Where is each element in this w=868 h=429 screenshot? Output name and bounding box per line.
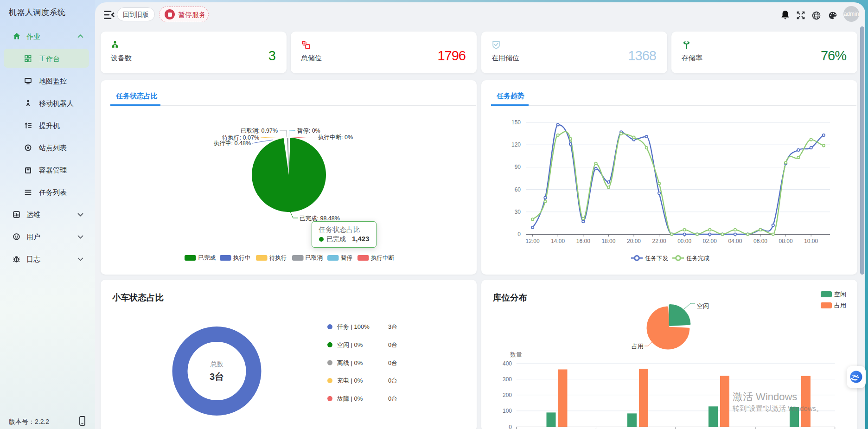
svg-text:已完成: 已完成 (198, 255, 216, 261)
svg-text:04:00: 04:00 (728, 238, 742, 244)
svg-text:执行中: 执行中 (233, 255, 251, 261)
svg-text:执行中断: 0%: 执行中断: 0% (318, 134, 353, 141)
svg-text:空闲 | 0%: 空闲 | 0% (337, 341, 363, 348)
svg-text:暂停: 0%: 暂停: 0% (297, 128, 320, 134)
svg-text:数量: 数量 (510, 351, 522, 358)
svg-text:0台: 0台 (388, 395, 397, 402)
svg-text:空闲: 空闲 (697, 302, 709, 309)
svg-text:执行中: 0.48%: 执行中: 0.48% (213, 140, 251, 147)
svg-text:90: 90 (515, 164, 521, 170)
svg-text:0台: 0台 (388, 377, 397, 384)
svg-text:12:00: 12:00 (526, 238, 540, 244)
svg-text:3台: 3台 (388, 323, 397, 330)
svg-text:离线 | 0%: 离线 | 0% (337, 359, 363, 366)
svg-text:总数: 总数 (211, 360, 223, 368)
svg-text:400: 400 (503, 360, 512, 367)
svg-text:3台: 3台 (210, 371, 224, 382)
svg-text:30: 30 (515, 209, 521, 215)
svg-text:0: 0 (509, 424, 512, 429)
svg-text:16:00: 16:00 (576, 238, 590, 244)
svg-text:执行中断: 执行中断 (370, 255, 395, 261)
svg-text:200: 200 (503, 392, 512, 398)
svg-text:充电 | 0%: 充电 | 0% (337, 377, 363, 384)
svg-text:08:00: 08:00 (779, 238, 793, 244)
svg-text:任务下发: 任务下发 (645, 255, 668, 262)
svg-text:任务 | 100%: 任务 | 100% (337, 323, 370, 330)
svg-text:0: 0 (517, 231, 521, 237)
svg-text:暂停: 暂停 (341, 255, 352, 261)
svg-text:故障 | 0%: 故障 | 0% (337, 395, 363, 402)
svg-text:10:00: 10:00 (804, 238, 818, 244)
svg-text:任务完成: 任务完成 (686, 255, 710, 262)
svg-text:02:00: 02:00 (703, 238, 717, 244)
svg-text:0台: 0台 (388, 359, 397, 366)
svg-text:14:00: 14:00 (551, 238, 565, 244)
svg-text:60: 60 (515, 186, 521, 193)
svg-text:待执行: 0.07%: 待执行: 0.07% (222, 134, 259, 141)
svg-text:已完成: 98.48%: 已完成: 98.48% (300, 215, 340, 222)
svg-text:待执行: 待执行 (269, 255, 287, 261)
svg-text:0台: 0台 (388, 341, 397, 348)
svg-text:18:00: 18:00 (601, 238, 615, 244)
svg-text:已取消: 已取消 (306, 255, 323, 261)
svg-text:占用: 占用 (834, 302, 846, 309)
svg-text:20:00: 20:00 (627, 238, 641, 244)
svg-text:22:00: 22:00 (652, 238, 666, 244)
svg-text:300: 300 (503, 376, 512, 383)
svg-text:120: 120 (511, 141, 521, 148)
svg-text:空闲: 空闲 (834, 291, 846, 298)
svg-text:占用: 占用 (632, 343, 644, 350)
svg-text:150: 150 (511, 119, 521, 126)
svg-text:06:00: 06:00 (753, 238, 767, 244)
svg-text:00:00: 00:00 (677, 238, 691, 244)
svg-text:已取消: 0.97%: 已取消: 0.97% (241, 128, 278, 134)
svg-text:100: 100 (503, 408, 512, 414)
